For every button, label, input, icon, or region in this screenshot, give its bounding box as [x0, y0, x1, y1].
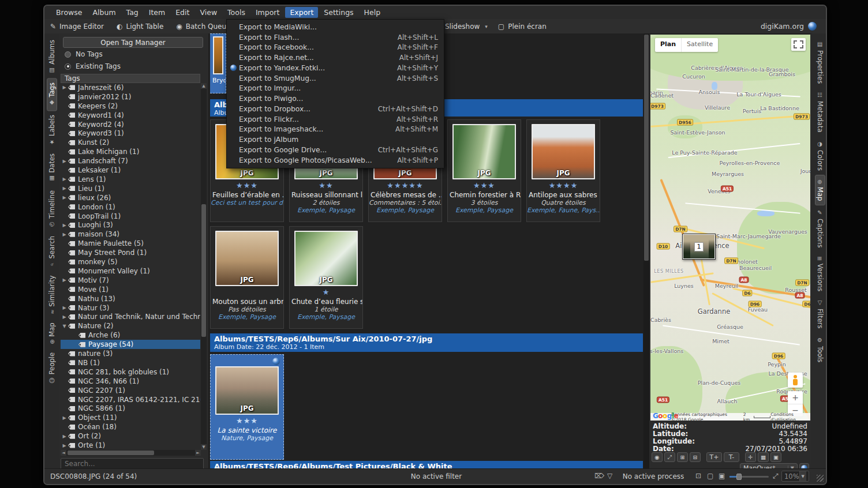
- tag-search-input[interactable]: [61, 458, 204, 470]
- right-tab-versions[interactable]: ≣Versions: [815, 252, 825, 296]
- tag-tree-item-london-1[interactable]: London (1): [61, 202, 200, 212]
- right-tab-map[interactable]: ⊕Map: [815, 175, 825, 206]
- menu-view[interactable]: View: [195, 7, 222, 18]
- light-table-button[interactable]: ◐Light Table: [117, 22, 163, 31]
- thumbnail-tags[interactable]: Ceci est un test pour d...: [211, 199, 283, 207]
- tag-tree-item-jahreszeit-6[interactable]: ▶Jahreszeit (6): [61, 83, 200, 92]
- tag-tree-item-nature-2[interactable]: ▼Nature (2): [61, 321, 200, 331]
- expand-icon[interactable]: ▶: [61, 305, 68, 310]
- sidebar-tab-timeline[interactable]: ◷Timeline: [47, 186, 57, 232]
- scroll-down-icon[interactable]: ▼: [201, 444, 207, 450]
- tag-tree-item-monument-valley-1[interactable]: Monument Valley (1): [61, 266, 200, 276]
- rating-stars[interactable]: ★★★★: [527, 181, 600, 191]
- expand-icon[interactable]: ▶: [61, 277, 68, 283]
- thumbnail-tags[interactable]: Exemple, Paysage: [211, 313, 283, 321]
- text-plus-button[interactable]: T+: [706, 452, 722, 462]
- text-minus-button[interactable]: T-: [724, 452, 739, 462]
- selected-thumbnail-item[interactable]: JPG ★★★ La sainte victoire Nature, Paysa…: [210, 354, 284, 460]
- tag-tree-item-nature-3[interactable]: nature (3): [61, 349, 200, 358]
- expand-icon[interactable]: ▶: [61, 186, 68, 191]
- zoom-slider[interactable]: [729, 476, 769, 478]
- expand-icon[interactable]: ▶: [61, 443, 68, 448]
- scroll-left-icon[interactable]: ◄: [61, 450, 66, 456]
- sidebar-tab-similarity[interactable]: ≈Similarity: [47, 271, 57, 318]
- tag-tree-item-move-1[interactable]: Move (1): [61, 285, 200, 294]
- expand-icon[interactable]: ▶: [61, 159, 68, 164]
- export-menu-item-export-to-piwigo[interactable]: Export to Piwigo...: [227, 93, 444, 104]
- fit-selection-icon[interactable]: ▢: [707, 472, 713, 480]
- menu-import[interactable]: Import: [251, 7, 285, 18]
- expand-icon[interactable]: ▶: [61, 232, 68, 237]
- tag-tree-item-nathu-13[interactable]: Nathu (13): [61, 294, 200, 303]
- tag-tree-item-monkey-5[interactable]: monkey (5): [61, 257, 200, 266]
- sidebar-tab-map[interactable]: ⊕Map: [47, 318, 57, 348]
- map-terms-link[interactable]: Conditions d'utilisation: [770, 412, 808, 421]
- tag-tree-item-leksaker-1[interactable]: Leksaker (1): [61, 166, 200, 175]
- image-editor-button[interactable]: ✎Image Editor: [50, 22, 104, 31]
- collapse-icon[interactable]: ▼: [61, 324, 68, 329]
- right-tab-filters[interactable]: ▽Filters: [815, 295, 825, 332]
- tag-tree-item-oc-an-18[interactable]: Océan (18): [61, 422, 200, 431]
- tag-tree-item-nb-1[interactable]: NB (1): [61, 358, 200, 367]
- export-menu-item-export-to-yandex-fotki[interactable]: Export to Yandex.Fotki...Alt+Shift+Y: [227, 63, 444, 73]
- expand-icon[interactable]: ▶: [61, 223, 68, 228]
- tag-tree-item-maison-34[interactable]: ▶maison (34): [61, 230, 200, 239]
- tag-tree-item-lieux-26[interactable]: ▶lieux (26): [61, 193, 200, 202]
- right-tab-properties[interactable]: ▤Properties: [815, 37, 825, 88]
- menu-tools[interactable]: Tools: [223, 7, 250, 18]
- rating-stars[interactable]: ★: [290, 288, 362, 298]
- sidebar-tab-search[interactable]: ⌕Search: [47, 232, 57, 272]
- tag-tree-item-keepers-2[interactable]: Keepers (2): [61, 102, 200, 111]
- tag-tree-item-ngc-346-n66-1[interactable]: NGC 346, N66 (1): [61, 377, 200, 386]
- tag-tree-item-ngc-2207-1[interactable]: NGC 2207 (1): [61, 386, 200, 395]
- expand-icon[interactable]: ▶: [61, 195, 68, 200]
- tag-tree-item-keyword3-1[interactable]: Keyword3 (1): [61, 129, 200, 138]
- slideshow-button[interactable]: Slideshow ▾: [445, 22, 488, 31]
- expand-icon[interactable]: ▶: [61, 415, 68, 421]
- tag-tree-item-lake-michigan-1[interactable]: Lake Michigan (1): [61, 147, 200, 156]
- existing-tags-radio[interactable]: Existing Tags: [65, 62, 121, 70]
- tag-tree-item-object-11[interactable]: ▶Object (11): [61, 413, 200, 422]
- map-fullscreen-button[interactable]: [791, 38, 806, 51]
- tag-tree-item-ngc-5866-1[interactable]: NGC 5866 (1): [61, 404, 200, 414]
- tag-tree-item-natur-und-technik-natur-und-technik[interactable]: ▶Natur und Technik, Natur und Technik: [61, 313, 200, 322]
- street-view-pegman[interactable]: [788, 373, 803, 388]
- expand-icon[interactable]: ▶: [61, 177, 68, 182]
- partial-thumbnail-item[interactable]: Bryc...: [210, 33, 226, 93]
- export-menu-item-export-to-google-photos-picasaweb[interactable]: Export to Google Photos/PicasaWeb...Alt+…: [227, 155, 444, 166]
- tag-tree-item-keyword1-4[interactable]: Keyword1 (4): [61, 111, 200, 120]
- menu-album[interactable]: Album: [88, 7, 121, 18]
- tag-tree-item-mamie-paulette-5[interactable]: Mamie Paulette (5): [61, 239, 200, 248]
- tag-tree-item-looptrail-1[interactable]: LoopTrail (1): [61, 212, 200, 221]
- pan-mode-button[interactable]: ✛: [745, 452, 756, 462]
- rating-stars[interactable]: ★★★: [211, 181, 283, 191]
- sidebar-tab-albums[interactable]: ▤Albums: [47, 36, 57, 78]
- export-menu-item-export-to-smugmug[interactable]: Export to SmugMug...Alt+Shift+S: [227, 73, 444, 84]
- thumbnail-item-mouton-sous-un-arbr[interactable]: JPGMouton sous un arbr...Pas détoilesExe…: [210, 226, 284, 329]
- tag-tree-item-janvier2012-1[interactable]: janvier2012 (1): [61, 92, 200, 102]
- export-menu-item-export-to-rajce-net[interactable]: Export to Rajce.net...Alt+Shift+J: [227, 52, 444, 63]
- zoom-in-button[interactable]: +: [788, 391, 803, 404]
- rating-stars[interactable]: ★★★: [448, 181, 521, 191]
- tag-tree-item-ngc-2207-iras-06142-2121-ic-2163[interactable]: NGC 2207, IRAS 06142-2121, IC 2163: [61, 395, 200, 404]
- sidebar-tab-people[interactable]: ☺People: [47, 348, 57, 388]
- tag-tree-horizontal-scrollbar[interactable]: ◄ ►: [61, 450, 201, 456]
- menu-tag[interactable]: Tag: [122, 7, 143, 18]
- thumbnail-item-antilope-aux-sabres-i[interactable]: JPG★★★★Antilope aux sabres i...Quatre ét…: [526, 119, 600, 222]
- tag-tree-item-motiv-7[interactable]: ▶Motiv (7): [61, 276, 200, 285]
- map-satellite-button[interactable]: Satellite: [681, 38, 718, 52]
- export-menu-item-export-to-imageshack[interactable]: Export to Imageshack...Alt+Shift+M: [227, 125, 444, 135]
- thumbnail-item-chemin-forestier-r[interactable]: JPG★★★Chemin forestier à R...3 étoilesEx…: [447, 119, 521, 222]
- tree-column-header[interactable]: Tags: [61, 74, 200, 83]
- tag-tree-item-orte-1[interactable]: ▶Orte (1): [61, 441, 200, 450]
- zoom-thumb-out-button[interactable]: ⊟: [690, 452, 701, 462]
- tag-tree-item-ort-2[interactable]: ▶Ort (2): [61, 431, 200, 441]
- right-tab-colors[interactable]: ◑Colors: [815, 137, 825, 175]
- menu-item[interactable]: Item: [144, 7, 170, 18]
- export-menu-item-export-to-flickr[interactable]: Export to Flickr...Alt+Shift+R: [227, 114, 444, 125]
- album-view-scrollbar[interactable]: [643, 33, 649, 468]
- no-tags-radio[interactable]: No Tags: [65, 50, 103, 58]
- thumbnail-tags[interactable]: Exemple, Paysage: [290, 207, 362, 214]
- rating-stars[interactable]: ★★★★★: [369, 181, 442, 191]
- expand-icon[interactable]: ▶: [61, 85, 68, 90]
